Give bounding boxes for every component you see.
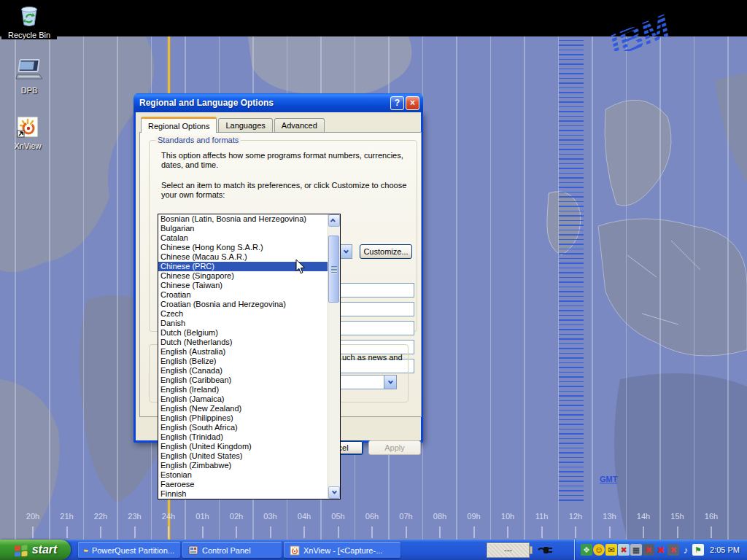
scroll-down-button[interactable] [328,486,340,499]
locale-dropdown-list: Bosnian (Latin, Bosnia and Herzegovina) … [158,214,341,499]
tab-advanced[interactable]: Advanced [274,118,325,132]
list-item[interactable]: Catalan [158,233,328,243]
list-item[interactable]: Bosnian (Latin, Bosnia and Herzegovina) [158,214,328,224]
list-item[interactable]: English (United States) [158,451,328,461]
battery-meter[interactable]: --- [487,542,530,558]
dpb-shortcut-icon[interactable]: DPB [1,58,57,95]
laptop-glyph [15,58,44,83]
list-item[interactable]: Czech [158,309,328,319]
scrollbar-track[interactable] [328,227,340,486]
volume-icon[interactable]: ♪ [680,544,692,556]
svg-text:IBM: IBM [604,7,676,51]
dialog-titlebar[interactable]: Regional and Language Options ? × [133,93,423,112]
list-item[interactable]: English (Trinidad) [158,432,328,442]
hour-label: 15h [667,512,689,521]
display-audio-error-icon[interactable]: ✖ [667,544,679,556]
hour-label: 20h [22,512,44,521]
list-item[interactable]: Dutch (Netherlands) [158,338,328,347]
ibm-logo: IBM [591,0,722,51]
tab-strip: Regional Options Languages Advanced [141,117,326,132]
list-item[interactable]: English (Zimbabwe) [158,461,328,470]
help-button[interactable]: ? [390,96,404,110]
taskbar-clock[interactable]: 2:05 PM [710,545,740,554]
chevron-up-icon [330,219,335,224]
list-item[interactable]: English (Philippines) [158,413,328,423]
hour-label: 11h [531,512,553,521]
list-item[interactable]: English (Jamaica) [158,394,328,404]
list-item[interactable]: English (Canada) [158,366,328,376]
list-scrollbar [328,214,340,499]
close-button[interactable]: × [406,96,419,110]
combobox-dropdown-button[interactable] [384,376,396,389]
windows-flag-icon [14,544,28,556]
gmt-meridian-band [559,36,584,502]
list-item[interactable]: Chinese (Hong Kong S.A.R.) [158,243,328,252]
utility-cart-icon[interactable]: ❖ [581,544,592,556]
list-item[interactable]: Dutch (Belgium) [158,328,328,338]
customize-button[interactable]: Customize... [360,244,412,259]
task-error-icon[interactable]: ✖ [618,544,630,556]
dialog-title: Regional and Language Options [139,98,389,108]
taskbar-button-control-panel[interactable]: Control Panel [182,542,282,558]
timezone-hour-labels: 20h 21h 22h 23h 24h 01h 02h 03h 04h 05h … [22,512,722,521]
list-item[interactable]: Estonian [158,470,328,480]
scheduler-flag-icon[interactable]: ⚑ [692,544,704,556]
tab-regional-options[interactable]: Regional Options [141,117,217,133]
list-item[interactable]: English (Australia) [158,347,328,357]
battery-meter-nub [530,546,533,554]
hour-label: 03h [260,512,282,521]
hour-label: 22h [90,512,112,521]
hour-label: 06h [361,512,383,521]
group-title: Standards and formats [155,136,241,144]
dpb-label: DPB [1,86,57,95]
list-item[interactable]: Croatian [158,290,328,300]
scrollbar-thumb[interactable] [328,236,339,303]
list-item[interactable]: English (Belize) [158,357,328,366]
tab-languages[interactable]: Languages [218,118,272,132]
list-item[interactable]: Bulgarian [158,224,328,233]
tray-icon-area: ❖ ☺ ✉ ✖ ▦ ✖ ✖ ✖ ♪ ⚑ [581,544,704,556]
taskbar-button-label: Control Panel [202,546,251,555]
list-item[interactable]: Danish [158,319,328,328]
list-item[interactable]: Finnish [158,489,328,499]
taskbar-button-label: XnView - [<Capture-... [303,546,382,555]
start-label: start [32,543,58,556]
xnview-label: XnView [0,141,55,150]
standards-instruction: Select an item to match its preferences,… [161,181,419,200]
hour-label: 08h [429,512,451,521]
taskbar-button-xnview[interactable]: XnView - [<Capture-... [284,542,400,558]
mail-alert-icon[interactable]: ✉ [605,544,617,556]
hour-label: 07h [395,512,417,521]
recycle-bin-glyph [17,3,42,28]
list-item[interactable]: English (Ireland) [158,385,328,394]
power-plug-icon [537,544,554,556]
list-item[interactable]: Faeroese [158,480,328,489]
list-item[interactable]: Croatian (Bosnia and Herzegovina) [158,300,328,309]
recycle-bin-icon[interactable]: Recycle Bin [1,3,57,39]
recycle-bin-label: Recycle Bin [1,31,57,39]
list-item[interactable]: English (New Zealand) [158,404,328,413]
desktop-screen: GMT 20h 21h 22h 23h 24h 01h 02h 03h 04h … [0,0,747,560]
network-tray-icon[interactable]: ▦ [630,544,642,556]
hour-label: 04h [293,512,315,521]
xnview-shortcut-icon[interactable]: XnView [0,115,55,150]
connection-error-icon[interactable]: ✖ [655,544,667,556]
hour-label: 02h [225,512,247,521]
hour-label: 05h [328,512,349,521]
list-item[interactable]: English (Caribbean) [158,376,328,385]
list-item[interactable]: Chinese (Taiwan) [158,281,328,290]
xnview-glyph [16,115,39,139]
apply-button[interactable]: Apply [368,440,421,455]
list-item[interactable]: English (United Kingdom) [158,442,328,451]
hour-label: 14h [632,512,654,521]
hour-label: 09h [463,512,485,521]
list-item[interactable]: English (South Africa) [158,423,328,432]
scroll-up-button[interactable] [328,214,340,227]
gmt-label: GMT [600,475,617,483]
antivirus-status-icon[interactable]: ☺ [593,544,605,556]
hour-label: 16h [700,512,722,521]
start-button[interactable]: start [0,540,71,560]
taskbar-button-powerquest[interactable]: PowerQuest Partition... [78,542,180,558]
perf-monitor-error-icon[interactable]: ✖ [643,544,654,556]
combobox-dropdown-button[interactable] [339,245,352,258]
